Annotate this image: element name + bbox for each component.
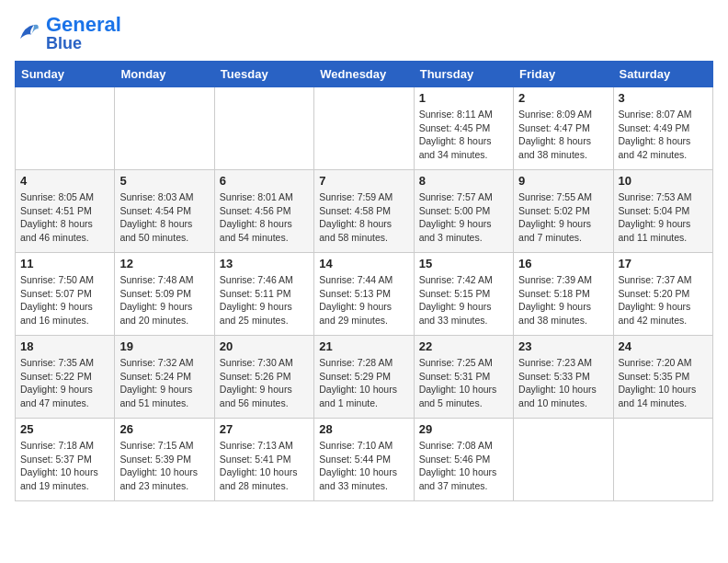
day-cell: 10Sunrise: 7:53 AM Sunset: 5:04 PM Dayli… [613,170,712,253]
day-number: 13 [220,257,309,270]
day-cell [16,87,115,170]
header-wednesday: Wednesday [314,62,414,87]
header-tuesday: Tuesday [214,62,313,87]
day-cell: 7Sunrise: 7:59 AM Sunset: 4:58 PM Daylig… [314,170,414,253]
header-monday: Monday [115,62,214,87]
day-cell: 28Sunrise: 7:10 AM Sunset: 5:44 PM Dayli… [314,419,414,501]
day-cell: 25Sunrise: 7:18 AM Sunset: 5:37 PM Dayli… [16,419,115,501]
day-info: Sunrise: 8:01 AM Sunset: 4:56 PM Dayligh… [220,190,309,245]
day-cell [613,419,712,501]
day-info: Sunrise: 7:57 AM Sunset: 5:00 PM Dayligh… [419,190,508,245]
day-number: 18 [20,339,109,353]
day-cell [214,87,313,170]
day-cell: 24Sunrise: 7:20 AM Sunset: 5:35 PM Dayli… [613,336,712,419]
day-info: Sunrise: 7:25 AM Sunset: 5:31 PM Dayligh… [419,356,508,410]
page-header: General Blue [15,15,713,52]
day-number: 3 [619,91,708,105]
day-cell: 11Sunrise: 7:50 AM Sunset: 5:07 PM Dayli… [16,253,115,336]
day-cell: 9Sunrise: 7:55 AM Sunset: 5:02 PM Daylig… [514,170,613,253]
day-cell: 16Sunrise: 7:39 AM Sunset: 5:18 PM Dayli… [514,253,613,336]
header-saturday: Saturday [613,62,712,87]
week-row-5: 25Sunrise: 7:18 AM Sunset: 5:37 PM Dayli… [16,419,713,501]
logo-text: General [46,15,121,35]
day-cell: 8Sunrise: 7:57 AM Sunset: 5:00 PM Daylig… [414,170,513,253]
header-sunday: Sunday [16,62,115,87]
day-number: 29 [419,422,508,436]
day-info: Sunrise: 7:53 AM Sunset: 5:04 PM Dayligh… [619,190,708,245]
day-number: 24 [619,339,708,353]
day-info: Sunrise: 7:48 AM Sunset: 5:09 PM Dayligh… [119,273,209,327]
day-number: 25 [20,422,109,436]
day-cell: 20Sunrise: 7:30 AM Sunset: 5:26 PM Dayli… [214,336,313,419]
day-number: 15 [419,257,508,270]
day-info: Sunrise: 7:15 AM Sunset: 5:39 PM Dayligh… [119,439,209,493]
day-info: Sunrise: 7:37 AM Sunset: 5:20 PM Dayligh… [619,273,708,327]
calendar-table: SundayMondayTuesdayWednesdayThursdayFrid… [15,61,713,501]
day-info: Sunrise: 7:42 AM Sunset: 5:15 PM Dayligh… [419,273,508,327]
day-cell: 2Sunrise: 8:09 AM Sunset: 4:47 PM Daylig… [514,87,613,170]
day-number: 2 [518,91,608,105]
day-info: Sunrise: 8:03 AM Sunset: 4:54 PM Dayligh… [119,190,209,245]
day-info: Sunrise: 7:18 AM Sunset: 5:37 PM Dayligh… [20,439,109,493]
day-cell: 29Sunrise: 7:08 AM Sunset: 5:46 PM Dayli… [414,419,513,501]
day-cell: 3Sunrise: 8:07 AM Sunset: 4:49 PM Daylig… [613,87,712,170]
logo-icon [15,19,42,47]
day-number: 7 [319,174,408,188]
day-cell: 4Sunrise: 8:05 AM Sunset: 4:51 PM Daylig… [16,170,115,253]
day-number: 21 [319,339,408,353]
day-info: Sunrise: 7:35 AM Sunset: 5:22 PM Dayligh… [20,356,109,410]
day-info: Sunrise: 7:30 AM Sunset: 5:26 PM Dayligh… [220,356,309,410]
day-number: 16 [518,257,608,270]
day-cell [514,419,613,501]
day-info: Sunrise: 7:32 AM Sunset: 5:24 PM Dayligh… [119,356,209,410]
day-cell: 15Sunrise: 7:42 AM Sunset: 5:15 PM Dayli… [414,253,513,336]
logo-blue-text: Blue [46,35,121,52]
day-number: 10 [619,174,708,188]
day-cell: 5Sunrise: 8:03 AM Sunset: 4:54 PM Daylig… [115,170,214,253]
week-row-4: 18Sunrise: 7:35 AM Sunset: 5:22 PM Dayli… [16,336,713,419]
day-info: Sunrise: 7:50 AM Sunset: 5:07 PM Dayligh… [20,273,109,327]
day-info: Sunrise: 8:09 AM Sunset: 4:47 PM Dayligh… [518,108,608,162]
week-row-2: 4Sunrise: 8:05 AM Sunset: 4:51 PM Daylig… [16,170,713,253]
week-row-3: 11Sunrise: 7:50 AM Sunset: 5:07 PM Dayli… [16,253,713,336]
day-number: 27 [220,422,309,436]
day-cell [115,87,214,170]
day-info: Sunrise: 7:28 AM Sunset: 5:29 PM Dayligh… [319,356,408,410]
day-cell [314,87,414,170]
day-cell: 1Sunrise: 8:11 AM Sunset: 4:45 PM Daylig… [414,87,513,170]
day-info: Sunrise: 7:44 AM Sunset: 5:13 PM Dayligh… [319,273,408,327]
day-number: 9 [518,174,608,188]
day-cell: 21Sunrise: 7:28 AM Sunset: 5:29 PM Dayli… [314,336,414,419]
day-info: Sunrise: 8:11 AM Sunset: 4:45 PM Dayligh… [419,108,508,162]
day-number: 1 [419,91,508,105]
day-info: Sunrise: 7:39 AM Sunset: 5:18 PM Dayligh… [518,273,608,327]
day-number: 4 [20,174,109,188]
day-cell: 17Sunrise: 7:37 AM Sunset: 5:20 PM Dayli… [613,253,712,336]
header-friday: Friday [514,62,613,87]
day-cell: 14Sunrise: 7:44 AM Sunset: 5:13 PM Dayli… [314,253,414,336]
day-info: Sunrise: 7:55 AM Sunset: 5:02 PM Dayligh… [518,190,608,245]
day-number: 20 [220,339,309,353]
header-thursday: Thursday [414,62,513,87]
day-info: Sunrise: 7:23 AM Sunset: 5:33 PM Dayligh… [518,356,608,410]
day-cell: 27Sunrise: 7:13 AM Sunset: 5:41 PM Dayli… [214,419,313,501]
days-header-row: SundayMondayTuesdayWednesdayThursdayFrid… [16,62,713,87]
day-cell: 22Sunrise: 7:25 AM Sunset: 5:31 PM Dayli… [414,336,513,419]
day-info: Sunrise: 8:05 AM Sunset: 4:51 PM Dayligh… [20,190,109,245]
day-number: 19 [119,339,209,353]
day-number: 14 [319,257,408,270]
day-info: Sunrise: 7:08 AM Sunset: 5:46 PM Dayligh… [419,439,508,493]
day-info: Sunrise: 7:46 AM Sunset: 5:11 PM Dayligh… [220,273,309,327]
day-info: Sunrise: 7:13 AM Sunset: 5:41 PM Dayligh… [220,439,309,493]
week-row-1: 1Sunrise: 8:11 AM Sunset: 4:45 PM Daylig… [16,87,713,170]
day-number: 5 [119,174,209,188]
day-info: Sunrise: 7:10 AM Sunset: 5:44 PM Dayligh… [319,439,408,493]
day-info: Sunrise: 8:07 AM Sunset: 4:49 PM Dayligh… [619,108,708,162]
day-number: 12 [119,257,209,270]
day-info: Sunrise: 7:59 AM Sunset: 4:58 PM Dayligh… [319,190,408,245]
day-cell: 23Sunrise: 7:23 AM Sunset: 5:33 PM Dayli… [514,336,613,419]
day-number: 28 [319,422,408,436]
day-number: 11 [20,257,109,270]
day-cell: 13Sunrise: 7:46 AM Sunset: 5:11 PM Dayli… [214,253,313,336]
day-number: 6 [220,174,309,188]
